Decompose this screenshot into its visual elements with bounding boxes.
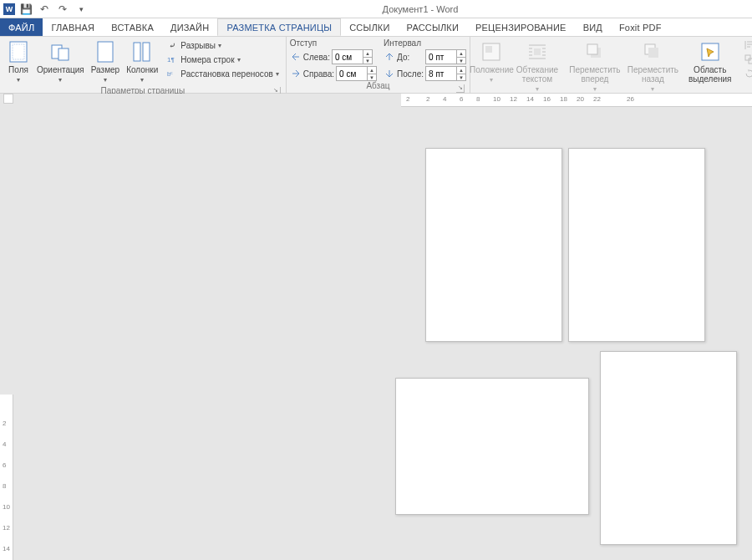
columns-button[interactable]: Колонки▾	[123, 38, 161, 86]
breaks-icon: ⤶	[166, 39, 178, 51]
page-thumbnail[interactable]	[395, 378, 589, 515]
indent-left-field[interactable]	[333, 50, 363, 64]
columns-icon	[130, 40, 154, 64]
tab-page-layout[interactable]: РАЗМЕТКА СТРАНИЦЫ	[217, 18, 341, 36]
svg-rect-15	[648, 48, 658, 58]
bring-forward-icon	[583, 40, 607, 64]
hyphenation-label: Расстановка переносов	[180, 69, 272, 79]
word-icon: W	[3, 3, 15, 15]
undo-button[interactable]: ↶	[37, 2, 52, 17]
svg-rect-4	[98, 42, 113, 62]
horizontal-ruler[interactable]: 2 2 4 6 8 10 12 14 16 18 20 22 26	[401, 94, 752, 107]
spin-down[interactable]: ▼	[457, 58, 465, 64]
tab-references[interactable]: ССЫЛКИ	[341, 18, 398, 36]
spin-up[interactable]: ▲	[368, 67, 376, 74]
svg-rect-13	[587, 44, 597, 54]
spin-down[interactable]: ▼	[368, 74, 376, 81]
spacing-after-input[interactable]: ▲▼	[425, 66, 466, 81]
orientation-label: Ориентация	[37, 65, 84, 74]
spacing-before-field[interactable]	[426, 50, 456, 64]
position-button: Положение▾	[474, 38, 510, 86]
save-button[interactable]: 💾	[18, 2, 33, 17]
qat-customize-button[interactable]: ▾	[74, 2, 89, 17]
indent-left-icon	[290, 51, 302, 63]
svg-text:1¶: 1¶	[167, 56, 175, 64]
indent-left-label: Слева:	[303, 53, 330, 62]
tab-design[interactable]: ДИЗАЙН	[162, 18, 217, 36]
margins-label: Поля	[8, 65, 28, 74]
document-area[interactable]: 2 2 4 6 8 10 12 14 16 18 20 22 26 2 4 6 …	[0, 94, 752, 560]
spacing-after-icon	[384, 68, 395, 79]
title-bar: W 💾 ↶ ↷ ▾ Документ1 - Word	[0, 0, 752, 18]
spacing-after-label: После:	[397, 69, 424, 79]
group-arrange: Положение▾ Обтекание текстом▾ Переместит…	[470, 37, 752, 93]
tab-insert[interactable]: ВСТАВКА	[103, 18, 162, 36]
window-title: Документ1 - Word	[89, 4, 752, 14]
tab-review[interactable]: РЕЦЕНЗИРОВАНИЕ	[467, 18, 575, 36]
redo-button[interactable]: ↷	[55, 2, 70, 17]
tab-mailings[interactable]: РАССЫЛКИ	[399, 18, 467, 36]
quick-access-toolbar: W 💾 ↶ ↷ ▾	[0, 2, 89, 17]
tab-home[interactable]: ГЛАВНАЯ	[43, 18, 103, 36]
align-button: Выровнять ▾	[740, 38, 752, 52]
indent-right-field[interactable]	[337, 67, 367, 80]
page-thumbnail[interactable]	[600, 351, 737, 545]
paragraph-launcher[interactable]: ↘	[456, 84, 465, 93]
orientation-button[interactable]: Ориентация▾	[33, 38, 88, 86]
indent-right-input[interactable]: ▲▼	[336, 66, 377, 81]
svg-text:bᶜ: bᶜ	[167, 70, 173, 78]
spacing-before-label: До:	[397, 53, 424, 62]
send-backward-icon	[641, 40, 664, 64]
wrap-text-icon	[526, 40, 549, 64]
align-icon	[744, 39, 752, 51]
ruler-corner	[3, 94, 13, 104]
rotate-button: Повернуть ▾	[740, 67, 752, 80]
spacing-heading: Интервал	[384, 38, 466, 48]
rotate-icon	[744, 68, 752, 79]
tab-foxit-pdf[interactable]: Foxit PDF	[611, 18, 670, 36]
page-thumbnail[interactable]	[425, 148, 562, 342]
spin-down[interactable]: ▼	[363, 58, 372, 64]
group-icon	[744, 53, 752, 65]
group-paragraph-label: Абзац	[366, 81, 389, 90]
send-backward-button: Переместить назад▾	[625, 38, 682, 95]
svg-rect-17	[745, 55, 750, 60]
size-button[interactable]: Размер▾	[88, 38, 123, 86]
columns-label: Колонки	[126, 65, 158, 74]
wrap-text-button: Обтекание текстом▾	[510, 38, 566, 95]
orientation-icon	[48, 40, 72, 64]
ribbon: Поля▾ Ориентация▾ Размер▾ Колонки▾	[0, 37, 752, 94]
spin-up[interactable]: ▲	[457, 50, 465, 58]
indent-right-label: Справа:	[303, 69, 334, 79]
line-numbers-label: Номера строк	[180, 55, 234, 64]
spacing-before-icon	[384, 51, 395, 63]
line-numbers-button[interactable]: 1¶ Номера строк ▾	[163, 53, 282, 66]
hyphenation-button[interactable]: bᶜ Расстановка переносов ▾	[163, 67, 282, 80]
selection-pane-button[interactable]: Область выделения	[681, 38, 739, 85]
group-page-setup: Поля▾ Ориентация▾ Размер▾ Колонки▾	[0, 37, 287, 93]
spacing-after-field[interactable]	[426, 67, 456, 80]
breaks-button[interactable]: ⤶ Разрывы ▾	[163, 38, 282, 52]
group-objects-button: Группировать ▾	[740, 53, 752, 66]
spin-down[interactable]: ▼	[457, 74, 465, 81]
spacing-before-input[interactable]: ▲▼	[425, 49, 466, 64]
svg-rect-5	[134, 43, 140, 61]
line-numbers-icon: 1¶	[166, 53, 178, 65]
spin-up[interactable]: ▲	[457, 67, 465, 74]
svg-rect-6	[143, 43, 150, 61]
spin-up[interactable]: ▲	[363, 50, 372, 58]
margins-button[interactable]: Поля▾	[3, 38, 33, 86]
page-thumbnail[interactable]	[568, 148, 705, 342]
position-icon	[480, 40, 503, 64]
breaks-label: Разрывы	[180, 41, 216, 50]
vertical-ruler[interactable]: 2 4 6 8 10 12 14	[0, 395, 13, 560]
svg-rect-10	[485, 46, 492, 53]
indent-left-input[interactable]: ▲▼	[332, 49, 373, 64]
selection-pane-icon	[699, 40, 722, 64]
bring-forward-button: Переместить вперед▾	[565, 38, 624, 95]
size-icon	[94, 40, 117, 64]
tab-file[interactable]: ФАЙЛ	[0, 18, 43, 36]
tab-view[interactable]: ВИД	[575, 18, 611, 36]
hyphenation-icon: bᶜ	[166, 68, 178, 79]
ribbon-tabs: ФАЙЛ ГЛАВНАЯ ВСТАВКА ДИЗАЙН РАЗМЕТКА СТР…	[0, 18, 752, 37]
